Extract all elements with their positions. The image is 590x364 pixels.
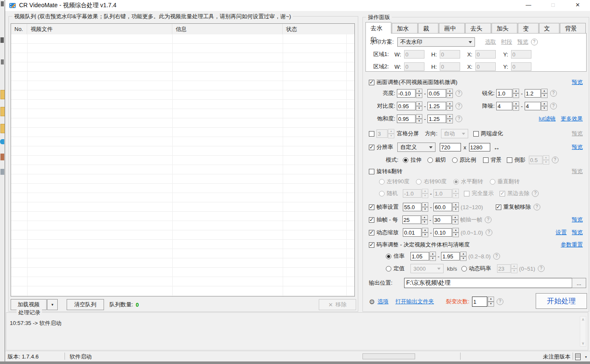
- dedup-frames-checkbox[interactable]: [496, 204, 501, 210]
- full-display-checkbox[interactable]: [464, 191, 469, 196]
- grid-preview-link[interactable]: 预览: [572, 130, 583, 137]
- remove-button[interactable]: ✕ 移除: [319, 299, 356, 310]
- crf-input[interactable]: [497, 264, 511, 273]
- spinner[interactable]: ▲▼: [541, 89, 548, 98]
- grid-split-checkbox[interactable]: [369, 131, 374, 137]
- browse-output-button[interactable]: ...: [572, 278, 586, 288]
- help-icon[interactable]: [550, 103, 557, 109]
- spinner[interactable]: ▲▼: [452, 202, 459, 212]
- region2-h-input[interactable]: [440, 62, 460, 71]
- split-count-input[interactable]: [472, 297, 487, 307]
- contrast-min-input[interactable]: [397, 102, 416, 110]
- minimize-button[interactable]: —: [516, 0, 541, 11]
- load-video-dropdown-icon[interactable]: ▼: [47, 299, 58, 310]
- help-icon[interactable]: [532, 190, 539, 197]
- region1-y-input[interactable]: [511, 50, 531, 59]
- help-icon[interactable]: [493, 253, 500, 260]
- start-processing-button[interactable]: 开始处理: [536, 293, 587, 309]
- spinner[interactable]: ▲▼: [513, 101, 519, 111]
- lut-filter-link[interactable]: lut滤镜: [539, 115, 556, 123]
- help-icon[interactable]: [550, 90, 557, 97]
- rotate-min-input[interactable]: [403, 189, 421, 198]
- grid-direction-select[interactable]: 自动: [441, 129, 468, 138]
- help-icon[interactable]: [485, 216, 492, 223]
- spinner[interactable]: ▲▼: [422, 228, 428, 237]
- help-icon[interactable]: [455, 115, 462, 122]
- tab-add-watermark[interactable]: 加水印: [392, 23, 418, 33]
- tab-remove-watermark[interactable]: 去水印: [365, 22, 391, 34]
- help-icon[interactable]: [455, 90, 462, 97]
- sharpen-min-input[interactable]: [496, 89, 512, 98]
- help-icon[interactable]: [455, 103, 462, 109]
- open-output-folder-link[interactable]: 打开输出文件夹: [395, 298, 434, 305]
- framerate-checkbox[interactable]: [369, 204, 374, 210]
- column-no[interactable]: No.: [11, 24, 27, 34]
- list-body[interactable]: [11, 34, 354, 296]
- log-scrollbar[interactable]: ∧ ∨: [580, 316, 586, 347]
- dynamic-zoom-max-input[interactable]: [433, 228, 452, 237]
- tab-crop[interactable]: 裁剪: [418, 23, 439, 33]
- tab-pip[interactable]: 画中画: [439, 23, 465, 33]
- resolution-checkbox[interactable]: [369, 145, 374, 150]
- region1-h-input[interactable]: [440, 50, 460, 59]
- rotate-left90-radio[interactable]: [379, 179, 385, 185]
- tab-bgm[interactable]: 背景音: [560, 23, 586, 33]
- bitrate-multiplier-radio[interactable]: [386, 254, 391, 259]
- watermark-preview-link[interactable]: 预览: [517, 38, 528, 46]
- spinner[interactable]: ▲▼: [488, 297, 494, 307]
- region1-x-input[interactable]: [475, 50, 496, 59]
- spinner[interactable]: ▲▼: [430, 252, 436, 261]
- spinner[interactable]: ▲▼: [513, 89, 519, 98]
- framerate-min-input[interactable]: [403, 203, 421, 211]
- crop-radio[interactable]: [427, 157, 433, 163]
- resolution-width-input[interactable]: [440, 143, 461, 151]
- spinner[interactable]: ▲▼: [447, 114, 453, 123]
- rotate-preview-link[interactable]: 预览: [572, 168, 583, 175]
- output-path-input[interactable]: [404, 278, 578, 288]
- bitrate-fixed-radio[interactable]: [386, 266, 391, 272]
- region1-w-input[interactable]: [404, 50, 424, 59]
- spinner[interactable]: ▲▼: [447, 101, 453, 111]
- tab-text[interactable]: 文本: [539, 23, 560, 33]
- column-status[interactable]: 状态: [283, 24, 346, 34]
- resolution-preview-link[interactable]: 预览: [572, 143, 583, 151]
- spinner[interactable]: ▲▼: [422, 189, 428, 198]
- frame-extract-checkbox[interactable]: [369, 217, 374, 223]
- hflip-radio[interactable]: [453, 179, 459, 185]
- log-menu-caret-icon[interactable]: ▼: [584, 356, 587, 358]
- edge-fade-checkbox[interactable]: [473, 131, 479, 137]
- region2-y-input[interactable]: [511, 62, 531, 71]
- bitrate-mult-max-input[interactable]: [441, 252, 460, 260]
- region2-w-input[interactable]: [404, 62, 424, 71]
- region2-x-input[interactable]: [475, 62, 496, 71]
- contrast-max-input[interactable]: [427, 102, 446, 110]
- watermark-scheme-select[interactable]: 不去水印: [397, 37, 475, 47]
- tab-speed[interactable]: 变速: [518, 23, 539, 33]
- spinner[interactable]: ▲▼: [543, 155, 549, 165]
- help-icon[interactable]: [497, 298, 503, 305]
- grid-count-input[interactable]: [376, 129, 388, 138]
- bitrate-reset-link[interactable]: 参数重置: [561, 241, 583, 249]
- resolution-height-input[interactable]: [469, 143, 490, 151]
- help-icon[interactable]: [534, 204, 540, 210]
- dynamic-zoom-settings-link[interactable]: 设置: [556, 229, 567, 236]
- frame-extract-min-input[interactable]: [402, 216, 421, 224]
- column-info[interactable]: 信息: [172, 24, 283, 34]
- spinner[interactable]: ▲▼: [541, 101, 548, 111]
- time-segment-link[interactable]: 时段: [501, 38, 512, 46]
- rotate-max-input[interactable]: [433, 189, 452, 198]
- spinner[interactable]: ▲▼: [422, 202, 428, 212]
- rotate-flip-checkbox[interactable]: [369, 169, 374, 174]
- spinner[interactable]: ▲▼: [416, 114, 422, 123]
- log-menu-icon[interactable]: [575, 353, 581, 360]
- column-file[interactable]: 视频文件: [27, 24, 172, 34]
- spinner[interactable]: ▲▼: [416, 89, 422, 98]
- spinner[interactable]: ▲▼: [511, 264, 517, 273]
- help-icon[interactable]: [538, 265, 545, 272]
- more-effects-link[interactable]: 更多效果: [561, 115, 583, 123]
- spinner[interactable]: ▲▼: [460, 252, 466, 261]
- scroll-up-icon[interactable]: ∧: [582, 316, 584, 322]
- black-edge-checkbox[interactable]: [500, 191, 505, 196]
- frame-extract-max-input[interactable]: [433, 216, 452, 224]
- options-link[interactable]: 选项: [377, 298, 388, 305]
